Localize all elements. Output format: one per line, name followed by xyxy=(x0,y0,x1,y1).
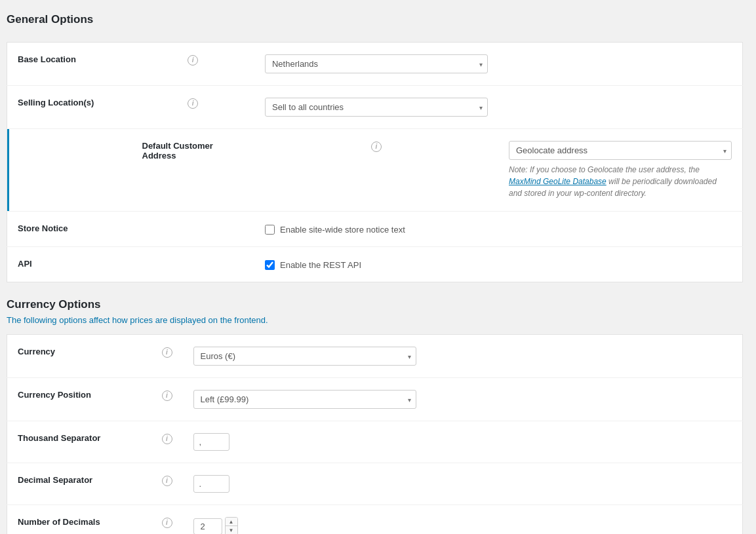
base-location-select[interactable]: Netherlands United States United Kingdom… xyxy=(265,54,488,73)
selling-locations-label: Selling Location(s) xyxy=(18,98,94,107)
number-of-decimals-row: Number of Decimals i ▲ ▼ xyxy=(7,505,743,535)
general-options-table: Base Location i Netherlands United State… xyxy=(7,42,743,282)
api-row: API Enable the REST API xyxy=(7,247,743,282)
currency-options-table: Currency i Euros (€) US Dollars ($) Brit… xyxy=(7,334,743,534)
general-options-section: General Options Base Location i Netherla… xyxy=(7,13,743,282)
decimal-separator-input[interactable] xyxy=(193,475,229,493)
currency-position-select[interactable]: Left (£99.99) Right (99.99£) Left with s… xyxy=(193,390,416,409)
currency-help-icon[interactable]: i xyxy=(162,347,172,358)
store-notice-row: Store Notice Enable site-wide store noti… xyxy=(7,212,743,247)
decimal-separator-row: Decimal Separator i xyxy=(7,463,743,505)
number-of-decimals-wrapper: ▲ ▼ xyxy=(193,517,732,534)
thousand-separator-row: Thousand Separator i xyxy=(7,421,743,463)
currency-row: Currency i Euros (€) US Dollars ($) Brit… xyxy=(7,335,743,378)
currency-position-row: Currency Position i Left (£99.99) Right … xyxy=(7,378,743,421)
selling-locations-row: Selling Location(s) i Sell to all countr… xyxy=(7,86,743,129)
selling-locations-help-icon[interactable]: i xyxy=(188,98,198,109)
api-checkbox-text: Enable the REST API xyxy=(280,260,361,270)
currency-select-wrapper: Euros (€) US Dollars ($) British Pounds … xyxy=(193,347,416,366)
api-checkbox[interactable] xyxy=(265,260,275,270)
base-location-help-icon[interactable]: i xyxy=(188,55,198,66)
currency-options-subtitle: The following options affect how prices … xyxy=(7,315,743,325)
number-of-decimals-label: Number of Decimals xyxy=(18,517,100,527)
currency-options-section: Currency Options The following options a… xyxy=(7,298,743,534)
number-spinners: ▲ ▼ xyxy=(225,517,238,534)
base-location-row: Base Location i Netherlands United State… xyxy=(7,43,743,86)
thousand-separator-label: Thousand Separator xyxy=(18,433,100,443)
default-customer-address-row: Default Customer Address i Geolocate add… xyxy=(7,129,743,212)
general-options-title: General Options xyxy=(7,13,743,31)
base-location-label: Base Location xyxy=(18,54,76,64)
note-prefix: Note: If you choose to Geolocate the use… xyxy=(509,165,700,174)
api-checkbox-label[interactable]: Enable the REST API xyxy=(265,260,488,270)
base-location-select-wrapper: Netherlands United States United Kingdom… xyxy=(265,54,488,73)
selling-locations-select[interactable]: Sell to all countries Sell to specific c… xyxy=(265,98,488,117)
currency-position-help-icon[interactable]: i xyxy=(162,391,172,401)
default-customer-address-help-icon[interactable]: i xyxy=(371,142,382,152)
currency-position-label: Currency Position xyxy=(18,390,91,400)
currency-label: Currency xyxy=(18,347,55,356)
store-notice-label: Store Notice xyxy=(18,223,68,233)
decimal-separator-label: Decimal Separator xyxy=(18,475,92,485)
default-customer-address-select-wrapper: Geolocate address Shop base address No a… xyxy=(509,141,732,160)
thousand-separator-input[interactable] xyxy=(193,433,229,451)
thousand-separator-help-icon[interactable]: i xyxy=(162,434,172,444)
api-label: API xyxy=(18,259,32,269)
currency-select[interactable]: Euros (€) US Dollars ($) British Pounds … xyxy=(193,347,416,366)
decimal-separator-help-icon[interactable]: i xyxy=(162,476,172,486)
store-notice-checkbox[interactable] xyxy=(265,225,275,235)
spinner-up-button[interactable]: ▲ xyxy=(226,518,237,526)
currency-options-title: Currency Options xyxy=(7,298,743,311)
currency-position-select-wrapper: Left (£99.99) Right (99.99£) Left with s… xyxy=(193,390,416,409)
store-notice-checkbox-text: Enable site-wide store notice text xyxy=(280,225,405,235)
selling-locations-select-wrapper: Sell to all countries Sell to specific c… xyxy=(265,98,488,117)
number-of-decimals-help-icon[interactable]: i xyxy=(162,518,172,528)
geolocate-note: Note: If you choose to Geolocate the use… xyxy=(509,164,732,199)
store-notice-checkbox-label[interactable]: Enable site-wide store notice text xyxy=(265,225,488,235)
number-of-decimals-input[interactable] xyxy=(193,518,222,535)
settings-page: General Options Base Location i Netherla… xyxy=(0,0,756,534)
maxmind-link[interactable]: MaxMind GeoLite Database xyxy=(509,177,607,186)
spinner-down-button[interactable]: ▼ xyxy=(226,526,237,534)
default-customer-address-label: Default Customer Address xyxy=(142,141,213,161)
default-customer-address-select[interactable]: Geolocate address Shop base address No a… xyxy=(509,141,732,160)
